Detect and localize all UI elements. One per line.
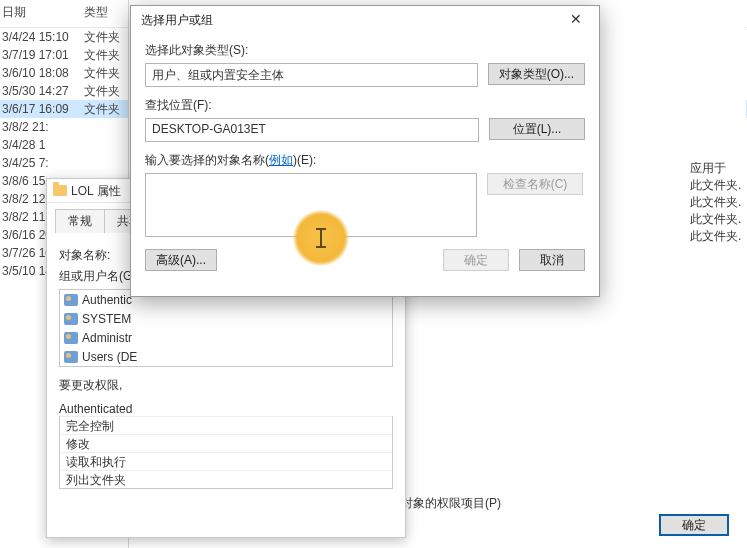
- folder-icon: [53, 185, 67, 196]
- location-label: 查找位置(F):: [145, 97, 585, 114]
- object-names-input[interactable]: [145, 173, 477, 237]
- perm-item: 完全控制: [60, 416, 392, 434]
- perm-item: 修改: [60, 434, 392, 452]
- ok-button: 确定: [443, 249, 509, 271]
- object-type-label: 选择此对象类型(S):: [145, 42, 585, 59]
- col-type-header[interactable]: 类型: [78, 4, 108, 21]
- example-link[interactable]: 例如: [269, 153, 293, 167]
- list-item[interactable]: Administr: [60, 328, 392, 347]
- object-names-label: 输入要选择的对象名称(例如)(E):: [145, 152, 585, 169]
- perm-item: 读取和执行: [60, 452, 392, 470]
- users-icon: [64, 294, 78, 306]
- applies-to-row: 此文件夹.: [690, 228, 745, 245]
- list-item[interactable]: Users (DE: [60, 347, 392, 366]
- advanced-button[interactable]: 高级(A)...: [145, 249, 217, 271]
- users-icon: [64, 332, 78, 344]
- object-types-button[interactable]: 对象类型(O)...: [488, 63, 585, 85]
- perm-item: 列出文件夹: [60, 470, 392, 488]
- applies-to-row: 此文件夹.: [690, 194, 745, 211]
- check-names-button: 检查名称(C): [487, 173, 583, 195]
- users-icon: [64, 313, 78, 325]
- select-user-dialog: 选择用户或组 ✕ 选择此对象类型(S): 用户、组或内置安全主体 对象类型(O)…: [130, 5, 600, 297]
- object-type-field: 用户、组或内置安全主体: [145, 63, 478, 87]
- select-user-titlebar: 选择用户或组 ✕: [131, 6, 599, 34]
- applies-to-row: 此文件夹.: [690, 211, 745, 228]
- user-list[interactable]: Authentic SYSTEM Administr Users (DE: [59, 289, 393, 367]
- applies-to-header: 应用于: [690, 160, 745, 177]
- change-perm-note: 要更改权限,: [59, 377, 393, 394]
- perm-for-header: Authenticated: [59, 402, 393, 416]
- select-user-title: 选择用户或组: [141, 12, 213, 29]
- applies-to-column: 应用于 此文件夹. 此文件夹. 此文件夹. 此文件夹.: [690, 160, 745, 245]
- close-icon[interactable]: ✕: [561, 10, 591, 30]
- perm-list: 完全控制 修改 读取和执行 列出文件夹: [59, 416, 393, 489]
- list-item[interactable]: SYSTEM: [60, 309, 392, 328]
- col-date-header[interactable]: 日期: [0, 4, 78, 21]
- properties-title-text: LOL 属性: [71, 179, 121, 203]
- outer-ok-button[interactable]: 确定: [659, 514, 729, 536]
- applies-to-row: 此文件夹.: [690, 177, 745, 194]
- location-field: DESKTOP-GA013ET: [145, 118, 479, 142]
- tab-general[interactable]: 常规: [55, 209, 105, 233]
- users-icon: [64, 351, 78, 363]
- locations-button[interactable]: 位置(L)...: [489, 118, 585, 140]
- cancel-button[interactable]: 取消: [519, 249, 585, 271]
